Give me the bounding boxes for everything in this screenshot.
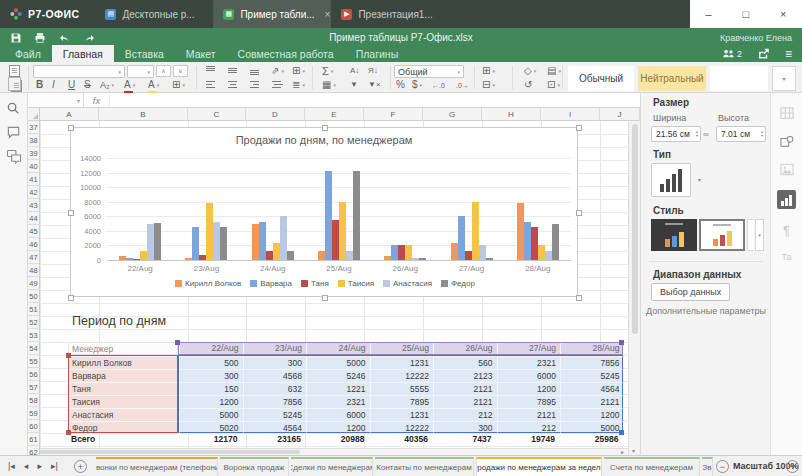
lock-aspect-ratio-icon[interactable]: ∞ bbox=[703, 130, 709, 139]
v-scroll-thumb[interactable] bbox=[632, 124, 638, 334]
cell-Варвара-24/Aug[interactable]: 5246 bbox=[306, 369, 370, 382]
bar-22/Aug-Анастасия[interactable] bbox=[147, 224, 154, 260]
total-27/Aug[interactable]: 19749 bbox=[496, 433, 560, 446]
search-icon[interactable] bbox=[6, 101, 21, 116]
table-header-28/Aug[interactable]: 28/Aug bbox=[560, 343, 624, 354]
row-header-48[interactable]: 48 bbox=[28, 264, 40, 277]
total-23/Aug[interactable]: 23165 bbox=[242, 433, 306, 446]
cell-Варвара-28/Aug[interactable]: 5245 bbox=[560, 369, 624, 382]
sales-chart[interactable]: Продажи по дням, по менеджерам 22/Aug23/… bbox=[70, 127, 578, 297]
row-header-55[interactable]: 55 bbox=[28, 355, 40, 368]
conditional-format-button[interactable]: ⊡▾ bbox=[547, 79, 560, 91]
column-header-F[interactable]: F bbox=[364, 108, 423, 121]
bar-24/Aug-Кирилл Волков[interactable] bbox=[252, 224, 259, 260]
row-header-57[interactable]: 57 bbox=[28, 381, 40, 394]
textart-settings-icon[interactable]: Та bbox=[771, 252, 802, 262]
row-header-53[interactable]: 53 bbox=[28, 329, 40, 342]
cell-Таисия-26/Aug[interactable]: 2121 bbox=[433, 395, 497, 408]
bar-25/Aug-Таисия[interactable] bbox=[339, 202, 346, 260]
cell-Кирилл Волков-24/Aug[interactable]: 5000 bbox=[306, 356, 370, 369]
total-26/Aug[interactable]: 7437 bbox=[432, 433, 496, 446]
row-header-54[interactable]: 54 bbox=[28, 342, 40, 355]
bar-25/Aug-Таня[interactable] bbox=[332, 220, 339, 260]
app-logo[interactable]: Р7-ОФИС bbox=[0, 0, 95, 28]
decrease-decimal-button[interactable]: ←.0 bbox=[432, 79, 445, 91]
width-input[interactable]: 21.56 см ▴▾ bbox=[651, 126, 701, 142]
chart-resize-handle[interactable] bbox=[576, 295, 582, 301]
bar-23/Aug-Таисия[interactable] bbox=[206, 203, 213, 260]
row-header-52[interactable]: 52 bbox=[28, 316, 40, 329]
spinner-down-icon[interactable]: ▾ bbox=[761, 134, 763, 138]
autosum-button[interactable]: Σ▾ bbox=[322, 65, 333, 77]
add-sheet-button[interactable]: + bbox=[74, 460, 87, 473]
row-header-42[interactable]: 42 bbox=[28, 186, 40, 199]
row-header-45[interactable]: 45 bbox=[28, 225, 40, 238]
bar-28/Aug-Варвара[interactable] bbox=[524, 222, 531, 260]
chart-resize-handle[interactable] bbox=[68, 295, 74, 301]
bar-27/Aug-Варвара[interactable] bbox=[458, 216, 465, 260]
bar-25/Aug-Варвара[interactable] bbox=[325, 171, 332, 260]
row-header-51[interactable]: 51 bbox=[28, 303, 40, 316]
document-tab[interactable]: ▤Десктопные р... bbox=[95, 0, 213, 28]
clear-filter-button[interactable]: ▼× bbox=[368, 79, 381, 91]
menu-tab-Плагины[interactable]: Плагины bbox=[345, 45, 410, 62]
bar-22/Aug-Федор[interactable] bbox=[154, 223, 161, 260]
cell-Анастасия-24/Aug[interactable]: 6000 bbox=[306, 408, 370, 421]
cell-style-Обычный[interactable]: Обычный bbox=[568, 66, 634, 91]
cell-Кирилл Волков-26/Aug[interactable]: 560 bbox=[433, 356, 497, 369]
bar-24/Aug-Анастасия[interactable] bbox=[280, 216, 287, 260]
bar-26/Aug-Таня[interactable] bbox=[398, 245, 405, 260]
align-left-button[interactable] bbox=[205, 78, 216, 90]
delete-cells-button[interactable]: ⊟▾ bbox=[482, 79, 495, 91]
increase-decimal-button[interactable]: .0→ bbox=[456, 79, 469, 91]
sort-descending-button[interactable]: Я↓ bbox=[368, 65, 378, 77]
chart-resize-handle[interactable] bbox=[322, 125, 328, 131]
sheet-tab-7[interactable]: Зв bbox=[702, 457, 713, 476]
cell-Таисия-24/Aug[interactable]: 2321 bbox=[306, 395, 370, 408]
wrap-text-button[interactable]: ≣▾ bbox=[292, 79, 305, 91]
chat-icon[interactable] bbox=[6, 149, 22, 164]
legend-item-Кирилл Волков[interactable]: Кирилл Волков bbox=[175, 279, 241, 288]
cell-Анастасия-26/Aug[interactable]: 212 bbox=[433, 408, 497, 421]
column-header-A[interactable]: A bbox=[40, 108, 99, 121]
bar-25/Aug-Федор[interactable] bbox=[353, 171, 360, 260]
cell-Варвара-27/Aug[interactable]: 6000 bbox=[497, 369, 561, 382]
select-data-button[interactable]: Выбор данных bbox=[651, 283, 730, 301]
minimize-button[interactable]: – bbox=[699, 8, 717, 20]
range-handle-data-bottom[interactable] bbox=[619, 430, 624, 435]
column-header-J[interactable]: J bbox=[600, 108, 640, 121]
legend-item-Таня[interactable]: Таня bbox=[301, 279, 329, 288]
bar-26/Aug-Федор[interactable] bbox=[419, 258, 426, 260]
bar-28/Aug-Анастасия[interactable] bbox=[545, 251, 552, 260]
bar-22/Aug-Таня[interactable] bbox=[133, 259, 140, 260]
format-as-table-button[interactable]: ▦▾ bbox=[322, 79, 336, 91]
scroll-right-icon[interactable]: ▸ bbox=[621, 448, 624, 455]
cell-Таисия-23/Aug[interactable]: 7856 bbox=[243, 395, 307, 408]
row-header-61[interactable]: 61 bbox=[28, 433, 40, 446]
bar-22/Aug-Кирилл Волков[interactable] bbox=[119, 256, 126, 260]
insert-function-button[interactable]: fx bbox=[84, 93, 110, 107]
reapply-filter-button[interactable]: ↺ bbox=[524, 79, 532, 91]
h-scroll-thumb[interactable] bbox=[30, 450, 300, 454]
comments-icon[interactable] bbox=[6, 125, 21, 140]
copy-icon[interactable] bbox=[11, 80, 22, 92]
text-orientation-button[interactable]: ⇗▾ bbox=[271, 65, 284, 77]
bar-27/Aug-Таня[interactable] bbox=[465, 251, 472, 260]
strikethrough-button[interactable]: S bbox=[84, 79, 91, 91]
bar-26/Aug-Кирилл Волков[interactable] bbox=[384, 256, 391, 260]
row-header-40[interactable]: 40 bbox=[28, 160, 40, 173]
filter-button[interactable]: ▼ bbox=[350, 79, 358, 91]
sheet-tab-6[interactable]: Счета по менеджерам bbox=[604, 457, 700, 476]
italic-button[interactable]: I bbox=[52, 79, 55, 91]
bar-27/Aug-Таисия[interactable] bbox=[472, 202, 479, 260]
cell-Таисия-28/Aug[interactable]: 2121 bbox=[560, 395, 624, 408]
bar-26/Aug-Таисия[interactable] bbox=[405, 245, 412, 260]
bar-24/Aug-Таня[interactable] bbox=[266, 251, 273, 260]
scroll-down-icon[interactable]: ▾ bbox=[632, 447, 635, 454]
first-sheet-icon[interactable]: |◂ bbox=[8, 461, 15, 471]
bar-27/Aug-Кирилл Волков[interactable] bbox=[451, 243, 458, 260]
sheet-tab-4[interactable]: Контакты по менеджерам bbox=[375, 457, 474, 476]
range-handle-names-top[interactable] bbox=[66, 353, 71, 358]
align-middle-button[interactable] bbox=[227, 64, 238, 76]
vertical-scrollbar[interactable]: ▾ bbox=[628, 108, 640, 455]
